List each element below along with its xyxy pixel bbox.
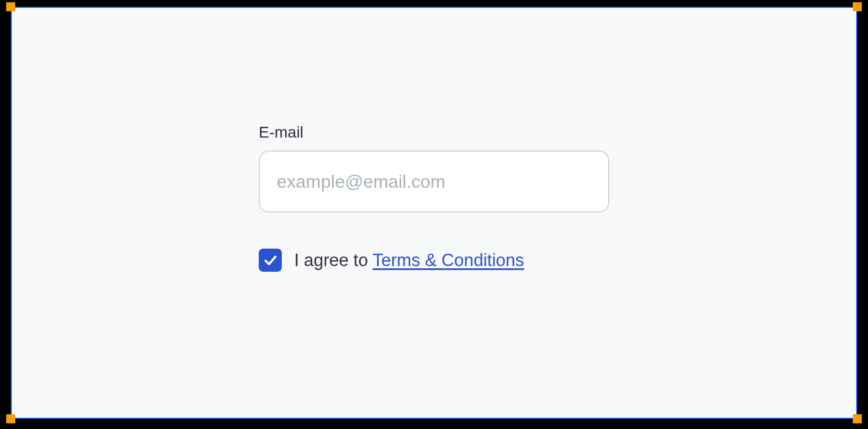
form-section: E-mail I agree to Terms & Conditions xyxy=(259,123,609,272)
email-input[interactable] xyxy=(259,151,609,213)
terms-label: I agree to Terms & Conditions xyxy=(294,250,524,271)
design-canvas[interactable]: E-mail I agree to Terms & Conditions xyxy=(11,7,857,419)
selection-handle-bottom-left[interactable] xyxy=(6,414,15,423)
design-frame-wrapper: E-mail I agree to Terms & Conditions xyxy=(11,7,857,419)
terms-link[interactable]: Terms & Conditions xyxy=(373,250,524,270)
selection-handle-bottom-right[interactable] xyxy=(853,414,862,423)
selection-handle-top-right[interactable] xyxy=(853,2,862,11)
terms-checkbox-row: I agree to Terms & Conditions xyxy=(259,249,524,272)
terms-checkbox[interactable] xyxy=(259,249,282,272)
terms-text-prefix: I agree to xyxy=(294,250,373,270)
check-icon xyxy=(263,253,278,268)
email-label: E-mail xyxy=(259,123,303,141)
selection-handle-top-left[interactable] xyxy=(6,2,15,11)
